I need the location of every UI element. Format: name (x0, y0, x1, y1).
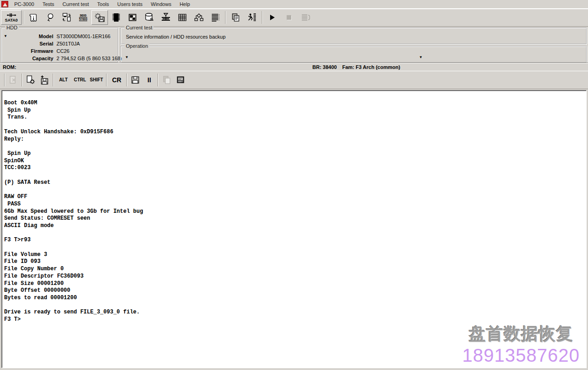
menu-windows[interactable]: Windows (147, 0, 175, 8)
field-value: CC26 (53, 47, 69, 55)
copy-icon (162, 75, 172, 85)
power-switch-icon (62, 12, 72, 23)
main-toolbar: SATA0 (0, 9, 588, 27)
menu-pc3000[interactable]: PC-3000 (10, 0, 38, 8)
heads-button[interactable] (158, 10, 174, 25)
terminal-line (4, 143, 143, 150)
disk-resources-button[interactable] (141, 10, 158, 25)
ctrl-key-label: CTRL (74, 77, 86, 82)
field-label: Firmware (2, 47, 53, 55)
baud-rate-status: BR: 38400 (312, 64, 337, 70)
terminal-line: File Copy Number 0 (4, 266, 143, 273)
terminal-output[interactable]: Boot 0x40M Spin Up Trans. Tech Unlock Ha… (1, 90, 587, 368)
menu-tests[interactable]: Tests (38, 0, 58, 8)
field-label: Capacity (2, 55, 53, 62)
run-test-icon (247, 12, 257, 23)
hdd-field-capacity: Capacity 2 794,52 GB (5 860 533 168) (2, 55, 116, 62)
operation-dropdown-arrow[interactable]: ▼ (125, 55, 129, 59)
report-button[interactable] (207, 10, 224, 25)
surface-grid-button[interactable] (174, 10, 191, 25)
terminal-line: 6Gb Max Speed lowered to 3Gb for Intel b… (4, 208, 143, 216)
terminal-text: Boot 0x40M Spin Up Trans. Tech Unlock Ha… (4, 100, 143, 324)
toolbar-separator (22, 74, 23, 86)
surface-grid-icon (177, 12, 187, 23)
hdd-panel-legend: HDD (5, 25, 19, 30)
menu-users-tests[interactable]: Users tests (113, 0, 147, 8)
terminal-line: Byte Offset 00000000 (4, 287, 143, 295)
heads-icon (161, 12, 171, 23)
alt-key-button[interactable]: ALT (55, 73, 72, 87)
run-test-button[interactable] (244, 10, 260, 25)
script-settings-button[interactable] (24, 73, 38, 87)
start-icon (270, 15, 275, 20)
terminal-line: Boot 0x40M (4, 100, 143, 107)
field-value: ST3000DM001-1ER166 (53, 33, 110, 40)
save-log-settings-button[interactable] (38, 73, 51, 87)
toolbar-grip (4, 74, 5, 86)
save-log-settings-icon (39, 75, 50, 85)
shift-key-button[interactable]: SHIFT (88, 73, 105, 87)
menu-current-test[interactable]: Current test (58, 0, 93, 8)
cr-key-button[interactable]: CR (108, 73, 125, 87)
rom-chip-button[interactable] (108, 10, 124, 25)
terminal-line (4, 244, 143, 251)
terminal-line: F3 T>r93 (4, 237, 143, 244)
terminal-line: (P) SATA Reset (4, 179, 143, 187)
task-queue-button (297, 10, 314, 25)
toolbar-separator (23, 11, 24, 24)
structure-button[interactable] (191, 10, 207, 25)
terminal-device-button[interactable] (174, 73, 187, 87)
utility-settings-icon (94, 12, 105, 23)
family-status: Fam: F3 Arch (common) (342, 64, 400, 70)
power-switch-button[interactable] (58, 10, 75, 25)
terminal-line: PASS (4, 201, 143, 208)
ctrl-key-button[interactable]: CTRL (72, 73, 88, 87)
shift-key-label: SHIFT (90, 77, 103, 82)
operation-dropdown-arrow-2[interactable]: ▼ (419, 55, 423, 59)
rom-label: ROM: (3, 64, 16, 70)
board-button[interactable] (124, 10, 141, 25)
terminal-line: SpinOK (4, 158, 143, 165)
current-test-panel: Current test Service information / HDD r… (120, 28, 587, 45)
terminal-line: Spin Up (4, 107, 143, 114)
menu-tools[interactable]: Tools (93, 0, 113, 8)
terminal-line: RAW OFF (4, 194, 143, 201)
terminal-line: Bytes to read 00001200 (4, 295, 143, 302)
field-label: Serial (2, 40, 53, 47)
start-button[interactable] (264, 10, 281, 25)
toolbar-separator (53, 74, 54, 86)
menu-help[interactable]: Help (175, 0, 194, 8)
operation-panel: Operation ▼ ▼ (120, 46, 587, 63)
copy-windows-button[interactable] (227, 10, 244, 25)
terminal-line: Drive is ready to send FILE_3_093_0 file… (4, 309, 143, 316)
terminal-line: File Descriptor FC36D093 (4, 273, 143, 280)
board-icon (128, 12, 138, 23)
baud-rate-button[interactable]: 9600 57600 (75, 10, 91, 25)
terminal-line: ASCII Diag mode (4, 222, 143, 230)
toolbar-separator (106, 74, 107, 86)
watermark-text: 盘首数据恢复 (462, 323, 580, 346)
lamp-button[interactable] (42, 10, 58, 25)
utility-settings-button[interactable] (91, 10, 108, 25)
hdd-field-model: Model ST3000DM001-1ER166 (2, 33, 116, 40)
sata-port-icon (6, 12, 17, 18)
terminal-line: Trans. (4, 114, 143, 121)
structure-icon (194, 12, 204, 23)
field-value: Z501T0JA (53, 40, 80, 47)
pc3000-window: PC-3000 Tests Current test Tools Users t… (0, 0, 588, 370)
hdd-panel: HDD ▼ Model ST3000DM001-1ER166 Serial Z5… (1, 28, 119, 63)
drive-passport-icon (28, 12, 39, 23)
sata-port-button[interactable]: SATA0 (1, 10, 22, 25)
drive-passport-button[interactable] (25, 10, 42, 25)
terminal-line (4, 172, 143, 179)
clear-terminal-button (6, 73, 20, 87)
save-log-icon (130, 75, 141, 85)
baud-rate-icon: 9600 57600 (79, 14, 87, 21)
info-panels: HDD ▼ Model ST3000DM001-1ER166 Serial Z5… (0, 27, 588, 63)
terminal-line (4, 230, 143, 237)
save-log-button[interactable] (129, 73, 142, 87)
pause-terminal-button[interactable]: II (142, 73, 156, 87)
stop-icon (287, 15, 291, 20)
terminal-line: Send Status: COMRESET seen (4, 215, 143, 222)
app-logo-icon[interactable] (1, 1, 8, 7)
